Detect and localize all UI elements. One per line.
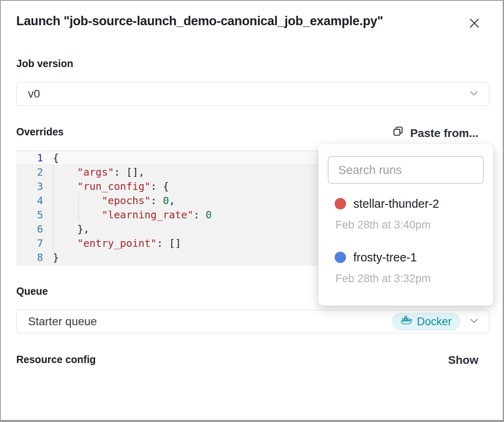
queue-label: Queue <box>16 285 48 297</box>
resource-config-show-button[interactable]: Show <box>448 354 478 367</box>
job-version-label: Job version <box>16 58 73 70</box>
job-version-select[interactable]: v0 <box>16 82 489 106</box>
close-icon[interactable] <box>466 15 482 32</box>
run-name: stellar-thunder-2 <box>353 197 439 211</box>
paste-from-popup: stellar-thunder-2Feb 28th at 3:40pmfrost… <box>318 144 493 306</box>
run-name: frosty-tree-1 <box>353 251 417 264</box>
queue-value: Starter queue <box>28 315 392 328</box>
resource-config-label: Resource config <box>16 354 96 365</box>
line-number: 5 <box>16 208 53 222</box>
chevron-down-icon <box>468 87 480 101</box>
line-number: 1 <box>16 151 53 165</box>
page-title: Launch "job-source-launch_demo-canonical… <box>16 14 383 28</box>
line-number: 4 <box>16 194 53 208</box>
line-number: 2 <box>16 165 53 179</box>
line-number: 8 <box>16 250 53 265</box>
paste-from-label: Paste from... <box>410 127 478 140</box>
docker-whale-icon <box>400 315 413 328</box>
run-color-dot <box>335 198 346 209</box>
indent-guide <box>78 194 79 222</box>
line-number: 7 <box>16 236 53 250</box>
indent-guide <box>53 165 53 250</box>
paste-from-button[interactable]: Paste from... <box>392 125 478 141</box>
chevron-down-icon <box>468 315 480 328</box>
overrides-label: Overrides <box>16 126 64 138</box>
docker-badge-label: Docker <box>417 315 452 328</box>
run-list-item[interactable]: frosty-tree-1Feb 28th at 3:32pm <box>335 250 483 286</box>
run-list-item[interactable]: stellar-thunder-2Feb 28th at 3:40pm <box>335 196 483 233</box>
run-timestamp: Feb 28th at 3:32pm <box>335 272 483 286</box>
line-number: 6 <box>16 222 53 236</box>
queue-select[interactable]: Starter queue Docker <box>16 310 489 333</box>
line-number: 3 <box>16 179 53 194</box>
job-version-value: v0 <box>28 87 468 100</box>
run-color-dot <box>335 252 346 263</box>
run-list: stellar-thunder-2Feb 28th at 3:40pmfrost… <box>335 196 483 286</box>
copy-icon <box>392 125 404 141</box>
docker-badge: Docker <box>392 313 461 331</box>
run-timestamp: Feb 28th at 3:40pm <box>335 219 483 233</box>
launch-job-modal: Launch "job-source-launch_demo-canonical… <box>0 0 504 422</box>
search-runs-input[interactable] <box>328 156 484 184</box>
